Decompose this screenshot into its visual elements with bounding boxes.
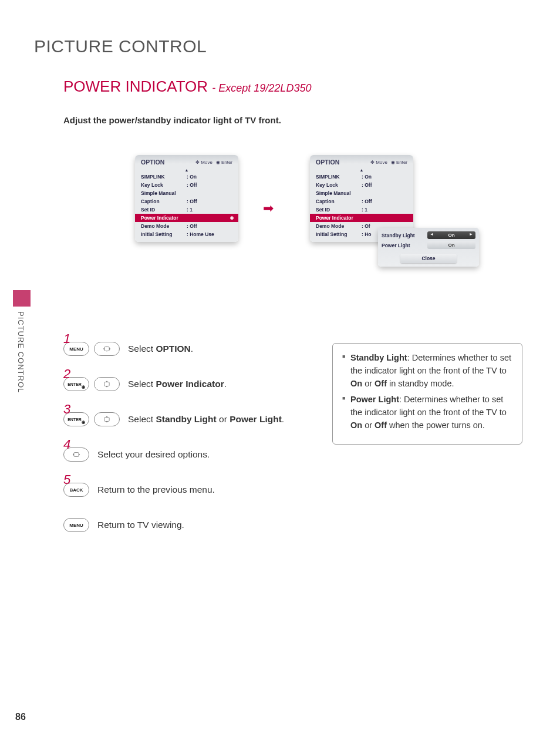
popup-close-button: Close (400, 254, 457, 263)
osd-header: OPTION ✥ Move ◉ Enter (135, 155, 238, 168)
osd-row-label: Simple Manual (316, 190, 362, 196)
info-or: or (362, 420, 375, 430)
popup-row: Standby Light ◄ On ► (382, 231, 475, 239)
osd-row-label: Set ID (316, 207, 362, 213)
popup-option: On (427, 241, 475, 249)
osd-row-label: Caption (316, 198, 362, 204)
osd-row-value: : Off (187, 223, 232, 229)
step-text-prefix: Select (128, 379, 156, 389)
osd-row-value: : 1 (187, 207, 232, 213)
step-number: 3 (63, 402, 70, 417)
step-text-bold: Standby Light (156, 414, 216, 424)
step-text: Select OPTION. (128, 344, 193, 354)
dpad-horizontal-icon (94, 342, 120, 356)
step-text: Return to TV viewing. (97, 520, 184, 530)
info-desc-b: when the power turns on. (387, 420, 485, 430)
menu-button-icon: MENU (63, 518, 89, 532)
info-desc-b: in standby mode. (387, 379, 454, 388)
osd-row: Key Lock: Off (135, 181, 238, 189)
osd-row-label: Simple Manual (141, 190, 187, 196)
info-box: Standby Light: Determines whether to set… (332, 343, 522, 445)
osd-row: Caption: Off (135, 197, 238, 206)
osd-row: Simple Manual (135, 189, 238, 197)
osd-row-label: Caption (141, 198, 187, 204)
step-4: 4 Select your desired options. (63, 447, 322, 462)
osd-hint-move: Move (201, 160, 212, 165)
osd-row-label: Key Lock (141, 182, 187, 188)
dpad-vertical-icon (94, 412, 120, 426)
arrow-left-icon: ◄ (430, 232, 434, 236)
section-title-main: POWER INDICATOR (63, 78, 208, 95)
section-description: Adjust the power/standby indicator light… (63, 115, 281, 125)
info-item: Power Light: Determines whether to set t… (342, 393, 512, 432)
step-6: MENU Return to TV viewing. (63, 518, 322, 532)
svg-rect-1 (104, 382, 109, 386)
step-text: Select your desired options. (97, 449, 210, 460)
svg-rect-3 (74, 453, 79, 457)
osd-row: SIMPLINK: On (135, 173, 238, 181)
osd-row-label: Demo Mode (141, 223, 187, 229)
page-number: 86 (15, 712, 26, 722)
osd-header-title: OPTION (141, 159, 195, 166)
osd-row-value: : On (187, 174, 232, 180)
info-on: On (350, 379, 362, 388)
svg-rect-2 (104, 418, 109, 422)
step-number: 5 (63, 472, 70, 487)
osd-scroll-up-icon: ▲ (135, 168, 238, 173)
osd-row-value: : Home Use (187, 231, 232, 237)
osd-row-value: : Off (187, 182, 232, 188)
side-tab-label: PICTURE CONTROL (16, 311, 25, 393)
osd-row: SIMPLINK: On (310, 173, 413, 181)
osd-row: Key Lock: Off (310, 181, 413, 189)
step-text-suffix: . (282, 414, 284, 424)
osd-row-value: : Off (362, 182, 407, 188)
section-subtitle: - Except 19/22LD350 (212, 82, 311, 94)
step-text: Select Standby Light or Power Light. (128, 414, 284, 425)
step-3: 3 ENTER◉ Select Standby Light or Power L… (63, 412, 322, 426)
dpad-vertical-icon (94, 377, 120, 391)
info-term: Power Light (350, 395, 399, 404)
popup-close-row: Close (382, 254, 475, 263)
osd-header-hints: ✥ Move ◉ Enter (195, 160, 232, 165)
osd-panel-left: OPTION ✥ Move ◉ Enter ▲ SIMPLINK: On Key… (135, 155, 238, 242)
enter-icon: ◉ (391, 160, 395, 165)
steps-list: 1 MENU Select OPTION. 2 ENTER◉ Select Po… (63, 342, 322, 553)
osd-row: Simple Manual (310, 189, 413, 197)
osd-header-title: OPTION (316, 159, 370, 166)
step-text-mid: or (217, 414, 230, 424)
arrow-right-icon: ► (469, 232, 473, 236)
osd-row-label: Key Lock (316, 182, 362, 188)
arrow-right-icon: ➡ (263, 201, 274, 216)
osd-hint-move: Move (376, 160, 387, 165)
popup-option-value: On (448, 233, 454, 238)
osd-row-selected: Power Indicator (135, 214, 238, 222)
popup-row: Power Light On (382, 241, 475, 249)
osd-row-label: Initial Setting (316, 231, 362, 237)
osd-row-value: : Off (362, 198, 407, 204)
enter-icon: ◉ (216, 160, 220, 165)
osd-row-label: SIMPLINK (141, 174, 187, 180)
step-5: 5 BACK Return to the previous menu. (63, 483, 322, 497)
popup-option-selected: ◄ On ► (427, 231, 475, 239)
osd-row: Set ID: 1 (310, 206, 413, 214)
step-text-suffix: . (191, 344, 193, 354)
step-text: Return to the previous menu. (97, 484, 215, 495)
info-or: or (362, 379, 375, 388)
osd-row-value: : 1 (362, 207, 407, 213)
enter-label: ENTER (68, 382, 82, 387)
info-off: Off (375, 379, 387, 388)
step-1: 1 MENU Select OPTION. (63, 342, 322, 356)
osd-row-label: Demo Mode (316, 223, 362, 229)
popup-option-value: On (448, 243, 454, 248)
step-number: 2 (63, 366, 70, 382)
osd-hint-enter: Enter (396, 160, 407, 165)
osd-hint-enter: Enter (221, 160, 232, 165)
osd-row-label: Power Indicator (316, 215, 362, 221)
osd-row: Initial Setting: Home Use (135, 230, 238, 242)
popup-row-label: Power Light (382, 243, 424, 248)
enter-label: ENTER (68, 417, 82, 422)
side-tab: PICTURE CONTROL (13, 290, 31, 413)
osd-row-label: Initial Setting (141, 231, 187, 237)
osd-header: OPTION ✥ Move ◉ Enter (310, 155, 413, 168)
osd-row-value: : On (362, 174, 407, 180)
